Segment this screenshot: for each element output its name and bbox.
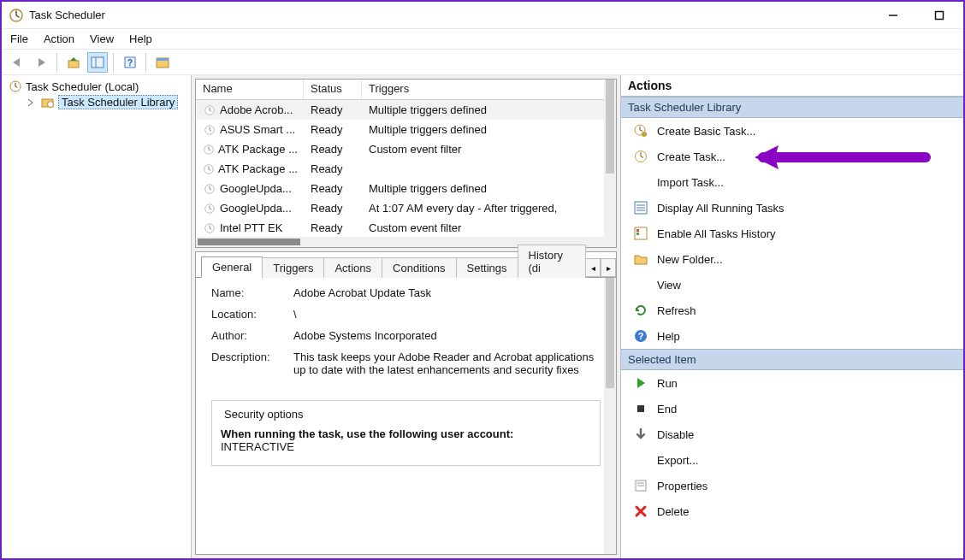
tab-actions[interactable]: Actions: [323, 257, 382, 278]
tab-history[interactable]: History (di: [518, 245, 586, 278]
action-label: Create Basic Task...: [657, 125, 755, 138]
svg-text:?: ?: [127, 58, 133, 68]
action-label: Import Task...: [657, 176, 724, 189]
action-new-folder[interactable]: New Folder...: [621, 246, 963, 272]
clock-icon: [203, 182, 216, 196]
menu-file[interactable]: File: [10, 32, 28, 45]
back-button[interactable]: [7, 52, 27, 73]
task-row[interactable]: Intel PTT EKReadyCustom event filter: [196, 218, 616, 237]
task-row[interactable]: ATK Package ...Ready: [196, 159, 616, 179]
task-list-panel: Name Status Triggers Adobe Acrob...Ready…: [195, 79, 617, 248]
tab-scroll-left[interactable]: ◂: [585, 258, 601, 277]
clock-icon: [203, 123, 216, 137]
svg-point-12: [48, 101, 54, 107]
help-toolbar-button[interactable]: ?: [120, 52, 140, 73]
maximize-button[interactable]: [927, 3, 951, 27]
tab-conditions[interactable]: Conditions: [382, 257, 456, 278]
svg-rect-4: [92, 57, 104, 68]
action-disable[interactable]: Disable: [621, 421, 963, 447]
tab-triggers[interactable]: Triggers: [262, 257, 324, 278]
location-value: \: [293, 308, 601, 321]
action-label: Enable All Tasks History: [657, 227, 776, 240]
task-status-cell: Ready: [304, 221, 362, 234]
props-icon: [633, 478, 648, 493]
toolbar-separator: [145, 52, 147, 73]
svg-point-21: [642, 132, 647, 137]
tab-general[interactable]: General: [201, 256, 263, 278]
action-import-task[interactable]: Import Task...: [621, 169, 963, 195]
action-create-basic[interactable]: Create Basic Task...: [621, 118, 963, 144]
tree-root-label: Task Scheduler (Local): [26, 80, 139, 93]
clock-icon: [203, 221, 216, 235]
action-enable-hist[interactable]: Enable All Tasks History: [621, 221, 963, 246]
task-status-cell: Ready: [304, 162, 362, 175]
list-col-triggers[interactable]: Triggers: [362, 80, 616, 99]
task-row[interactable]: ATK Package ...ReadyCustom event filter: [196, 139, 616, 159]
actions-group-selected: Selected Item: [621, 349, 963, 370]
action-label: New Folder...: [657, 253, 723, 266]
action-end[interactable]: End: [621, 396, 963, 421]
svg-rect-9: [157, 58, 169, 61]
action-run[interactable]: Run: [621, 370, 963, 396]
security-text-1: When running the task, use the following…: [221, 427, 591, 440]
description-value: This task keeps your Adobe Reader and Ac…: [293, 351, 601, 392]
middle-pane: Name Status Triggers Adobe Acrob...Ready…: [192, 75, 621, 558]
tab-settings[interactable]: Settings: [456, 257, 518, 278]
blank-icon: [633, 452, 648, 468]
tab-scroll-right[interactable]: ▸: [601, 258, 616, 277]
action-export[interactable]: Export...: [621, 447, 963, 473]
stop-icon: [633, 401, 648, 416]
up-button[interactable]: [63, 52, 84, 73]
location-label: Location:: [211, 308, 293, 321]
action-refresh[interactable]: Refresh: [621, 298, 963, 323]
menubar: File Action View Help: [2, 29, 963, 50]
task-rows[interactable]: Adobe Acrob...ReadyMultiple triggers def…: [196, 100, 616, 237]
task-name-cell: GoogleUpda...: [196, 202, 304, 215]
task-row[interactable]: GoogleUpda...ReadyMultiple triggers defi…: [196, 179, 616, 198]
body-area: Task Scheduler (Local) Task Scheduler Li…: [2, 75, 963, 558]
svg-rect-2: [936, 11, 944, 19]
task-name-cell: Intel PTT EK: [196, 221, 304, 235]
detail-vertical-scrollbar[interactable]: [604, 278, 616, 554]
clock-icon: [203, 162, 215, 176]
name-label: Name:: [211, 286, 293, 299]
properties-toolbar-button[interactable]: [152, 52, 173, 73]
action-delete[interactable]: Delete: [621, 498, 963, 524]
list-col-name[interactable]: Name: [196, 80, 304, 99]
window-title: Task Scheduler: [29, 9, 105, 21]
list-vertical-scrollbar[interactable]: [604, 80, 616, 237]
forward-button[interactable]: [31, 52, 51, 73]
action-label: Display All Running Tasks: [657, 202, 784, 215]
action-display-all[interactable]: Display All Running Tasks: [621, 195, 963, 221]
task-status-cell: Ready: [304, 143, 362, 156]
show-hide-panes-button[interactable]: [87, 52, 108, 73]
menu-action[interactable]: Action: [44, 32, 74, 45]
menu-help[interactable]: Help: [129, 32, 152, 45]
clock-icon: [203, 143, 215, 156]
task-row[interactable]: ASUS Smart ...ReadyMultiple triggers def…: [196, 120, 616, 139]
task-list-header: Name Status Triggers: [196, 80, 616, 100]
tree-root[interactable]: Task Scheduler (Local): [7, 79, 186, 94]
task-row[interactable]: Adobe Acrob...ReadyMultiple triggers def…: [196, 100, 616, 120]
security-text-2: INTERACTIVE: [221, 440, 591, 453]
author-value: Adobe Systems Incorporated: [293, 329, 601, 342]
list-col-status[interactable]: Status: [304, 80, 362, 99]
action-properties[interactable]: Properties: [621, 473, 963, 498]
task-name-cell: ASUS Smart ...: [196, 123, 304, 137]
task-triggers-cell: Custom event filter: [362, 221, 616, 234]
task-row[interactable]: GoogleUpda...ReadyAt 1:07 AM every day -…: [196, 198, 616, 218]
clock-icon: [203, 103, 216, 117]
history-icon: [633, 226, 648, 241]
minimize-button[interactable]: [881, 3, 905, 27]
task-status-cell: Ready: [304, 182, 362, 195]
menu-view[interactable]: View: [90, 32, 114, 45]
window-controls: [881, 3, 956, 27]
tree-library[interactable]: Task Scheduler Library: [22, 94, 186, 110]
action-create-task[interactable]: Create Task...: [621, 144, 963, 169]
task-status-cell: Ready: [304, 202, 362, 215]
chevron-right-icon[interactable]: [24, 96, 38, 109]
action-view[interactable]: View: [621, 272, 963, 298]
nav-tree[interactable]: Task Scheduler (Local) Task Scheduler Li…: [2, 75, 192, 558]
action-help[interactable]: ?Help: [621, 323, 963, 349]
actions-group-selected-list: RunEndDisableExport...PropertiesDelete: [621, 370, 963, 524]
